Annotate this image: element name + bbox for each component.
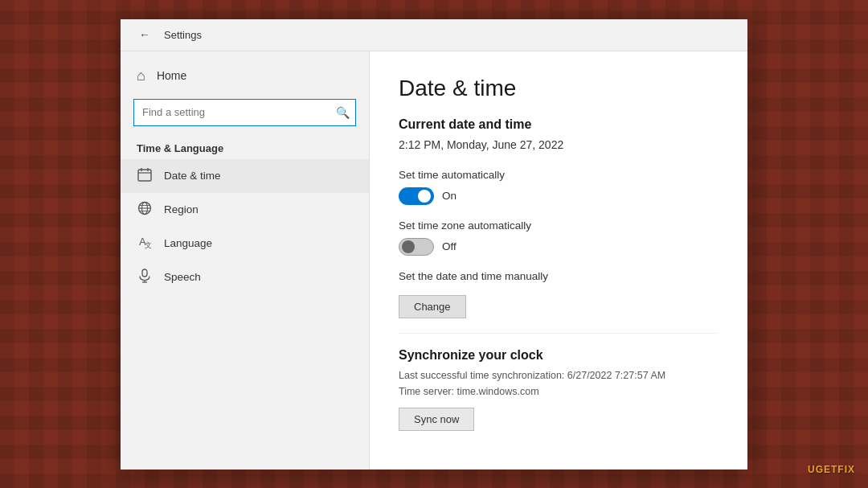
- sidebar-item-region[interactable]: Region: [121, 193, 369, 227]
- search-input[interactable]: [133, 99, 356, 126]
- auto-time-toggle-row: On: [399, 187, 719, 205]
- search-icon: 🔍: [336, 106, 350, 119]
- search-wrapper: 🔍: [133, 99, 356, 126]
- sync-info: Last successful time synchronization: 6/…: [399, 367, 719, 400]
- auto-timezone-label: Set time zone automatically: [399, 219, 719, 232]
- region-icon: [137, 201, 153, 219]
- speech-icon: [137, 269, 153, 286]
- date-time-label: Date & time: [164, 170, 221, 182]
- watermark: UGETFIX: [808, 464, 855, 475]
- region-label: Region: [164, 203, 199, 215]
- current-section-title: Current date and time: [399, 117, 719, 132]
- title-bar-title: Settings: [164, 29, 202, 41]
- settings-window: ← Settings ⌂ Home 🔍 Time & Language: [121, 19, 747, 470]
- auto-timezone-toggle[interactable]: [399, 238, 434, 256]
- current-date-time: 2:12 PM, Monday, June 27, 2022: [399, 138, 719, 151]
- content-panel: Date & time Current date and time 2:12 P…: [370, 51, 747, 470]
- page-title: Date & time: [399, 76, 719, 101]
- main-content: ⌂ Home 🔍 Time & Language: [121, 51, 747, 470]
- sidebar-item-language[interactable]: A 文 Language: [121, 227, 369, 260]
- auto-time-toggle-thumb: [418, 190, 431, 203]
- auto-time-setting: Set time automatically On: [399, 169, 719, 205]
- svg-rect-0: [138, 170, 151, 181]
- auto-timezone-status: Off: [442, 240, 457, 252]
- auto-timezone-toggle-row: Off: [399, 238, 719, 256]
- watermark-prefix: UGET: [808, 464, 837, 475]
- nav-home[interactable]: ⌂ Home: [121, 59, 369, 92]
- sidebar-item-date-time[interactable]: Date & time: [121, 159, 369, 193]
- svg-text:文: 文: [145, 241, 152, 249]
- sync-title: Synchronize your clock: [399, 348, 719, 363]
- language-label: Language: [164, 237, 212, 249]
- home-label: Home: [157, 69, 186, 82]
- title-bar: ← Settings: [121, 19, 747, 51]
- sync-section: Synchronize your clock Last successful t…: [399, 348, 719, 431]
- manual-time-label: Set the date and time manually: [399, 270, 719, 282]
- change-button[interactable]: Change: [399, 295, 466, 318]
- language-icon: A 文: [137, 235, 153, 252]
- manual-time-setting: Set the date and time manually Change: [399, 270, 719, 318]
- home-icon: ⌂: [137, 68, 145, 84]
- speech-label: Speech: [164, 271, 201, 283]
- watermark-suffix: FIX: [837, 464, 855, 475]
- auto-time-status: On: [442, 190, 457, 202]
- auto-timezone-toggle-thumb: [402, 240, 415, 253]
- auto-time-label: Set time automatically: [399, 169, 719, 181]
- auto-time-toggle[interactable]: [399, 187, 434, 205]
- back-button[interactable]: ←: [133, 23, 156, 46]
- auto-timezone-setting: Set time zone automatically Off: [399, 219, 719, 256]
- sync-info-line2: Time server: time.windows.com: [399, 383, 719, 400]
- svg-rect-11: [142, 269, 147, 277]
- sync-button[interactable]: Sync now: [399, 408, 474, 431]
- sync-info-line1: Last successful time synchronization: 6/…: [399, 367, 719, 383]
- divider: [399, 333, 719, 334]
- section-header: Time & Language: [121, 136, 369, 159]
- sidebar-item-speech[interactable]: Speech: [121, 260, 369, 294]
- date-time-icon: [137, 167, 153, 185]
- sidebar: ⌂ Home 🔍 Time & Language: [121, 51, 370, 470]
